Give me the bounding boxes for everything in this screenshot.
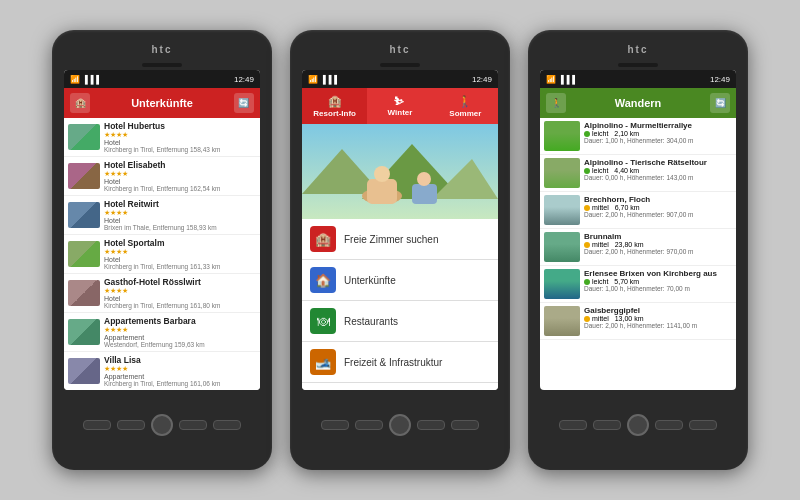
hike-thumb-5 [544,269,580,299]
phone-3-menu-btn[interactable] [593,420,621,430]
hike-item-6[interactable]: Gaisberggipfel mittel 13,00 km Dauer: 2,… [540,303,736,340]
hike-thumb-3 [544,195,580,225]
menu-list: 🏨 Freie Zimmer suchen 🏠 Unterkünfte 🍽 Re… [302,219,498,390]
phone-1-forward-btn[interactable] [213,420,241,430]
hotel-item-7[interactable]: Villa Lisa ★★★★ Appartement Kirchberg in… [64,352,260,390]
phone-1-brand: htc [152,44,173,55]
phone-3-search-btn[interactable] [655,420,683,430]
phone-1-status-icons: 📶 ▐▐▐ [70,75,99,84]
hotel-name-2: Hotel Elisabeth [104,160,256,170]
phone-1: htc 📶 ▐▐▐ 12:49 🏨 Unterkünfte 🔄 [52,30,272,470]
phone-2-search-btn[interactable] [417,420,445,430]
phone-2-screen: 📶 ▐▐▐ 12:49 🏨 Resort-Info ⛷ Winter 🚶 Som… [302,70,498,390]
hotel-info-5: Gasthof-Hotel Rösslwirt ★★★★ Hotel Kirch… [104,277,256,309]
hike-diff-3: mittel 6,70 km [584,204,732,211]
phone-2-status-icons: 📶 ▐▐▐ [308,75,337,84]
hike-diff-4: mittel 23,80 km [584,241,732,248]
hotel-thumb-5 [68,280,100,306]
wifi-icon-3: 📶 [546,75,556,84]
signal-icon: ▐▐▐ [82,75,99,84]
phone-2-top: htc [298,38,502,60]
hike-detail-1: Dauer: 1,00 h, Höhenmeter: 304,00 m [584,137,732,144]
header-refresh-icon[interactable]: 🔄 [234,93,254,113]
hotel-type-1: Hotel [104,139,256,146]
hike-name-5: Erlensee Brixen von Kirchberg aus [584,269,732,278]
hotel-stars-3: ★★★★ [104,209,256,217]
hotel-stars-2: ★★★★ [104,170,256,178]
tab-winter[interactable]: ⛷ Winter [367,88,432,124]
phone-3-top: htc [536,38,740,60]
sommer-tab-icon: 🚶 [458,95,472,108]
hike-name-2: Alpinolino - Tierische Rätseltour [584,158,732,167]
hike-detail-2: Dauer: 0,00 h, Höhenmeter: 143,00 m [584,174,732,181]
phone-1-menu-btn[interactable] [117,420,145,430]
hotel-item-2[interactable]: Hotel Elisabeth ★★★★ Hotel Kirchberg in … [64,157,260,196]
tab-resort-label: Resort-Info [313,109,356,118]
phone-1-top: htc [60,38,264,60]
hike-diff-2: leicht 4,40 km [584,167,732,174]
hike-item-2[interactable]: Alpinolino - Tierische Rätseltour leicht… [540,155,736,192]
phone-3-back-btn[interactable] [559,420,587,430]
phone-3-bottom [536,390,740,460]
phone-2-back-btn[interactable] [321,420,349,430]
hotel-item-5[interactable]: Gasthof-Hotel Rösslwirt ★★★★ Hotel Kirch… [64,274,260,313]
tab-sommer[interactable]: 🚶 Sommer [433,88,498,124]
header-refresh-icon-3[interactable]: 🔄 [710,93,730,113]
hotel-dist-7: Kirchberg in Tirol, Entfernung 161,06 km [104,380,256,387]
hotel-dist-4: Kirchberg in Tirol, Entfernung 161,33 km [104,263,256,270]
hotel-type-6: Appartement [104,334,256,341]
phone-3-time: 12:49 [710,75,730,84]
hike-detail-6: Dauer: 2,00 h, Höhenmeter: 1141,00 m [584,322,732,329]
tab-resort-info[interactable]: 🏨 Resort-Info [302,88,367,124]
hotel-name-1: Hotel Hubertus [104,121,256,131]
phone-3-forward-btn[interactable] [689,420,717,430]
hike-item-5[interactable]: Erlensee Brixen von Kirchberg aus leicht… [540,266,736,303]
hotel-info-7: Villa Lisa ★★★★ Appartement Kirchberg in… [104,355,256,387]
hike-info-5: Erlensee Brixen von Kirchberg aus leicht… [584,269,732,292]
phone-1-home-btn[interactable] [151,414,173,436]
hotel-dist-1: Kirchberg in Tirol, Entfernung 158,43 km [104,146,256,153]
diff-dot-2 [584,168,590,174]
hotel-item-4[interactable]: Hotel Sportalm ★★★★ Hotel Kirchberg in T… [64,235,260,274]
hotel-type-3: Hotel [104,217,256,224]
svg-rect-5 [367,179,397,204]
unterkunfte-label: Unterkünfte [344,275,396,286]
hike-info-3: Brechhorn, Floch mittel 6,70 km Dauer: 2… [584,195,732,218]
phone-2-menu-btn[interactable] [355,420,383,430]
freie-zimmer-icon: 🏨 [310,226,336,252]
phone-2-bottom [298,390,502,460]
hotel-thumb-3 [68,202,100,228]
phone-1-back-btn[interactable] [83,420,111,430]
phone-3-home-btn[interactable] [627,414,649,436]
wifi-icon-2: 📶 [308,75,318,84]
hike-diff-6: mittel 13,00 km [584,315,732,322]
phone-2-forward-btn[interactable] [451,420,479,430]
menu-item-busfahrplan[interactable]: 🚌 Busfahrplan [302,383,498,390]
hotel-stars-1: ★★★★ [104,131,256,139]
menu-item-unterkunfte[interactable]: 🏠 Unterkünfte [302,260,498,301]
hike-km-val-1: 2,10 km [614,130,639,137]
hotel-item-3[interactable]: Hotel Reitwirt ★★★★ Hotel Brixen im Thal… [64,196,260,235]
phone-3-title: Wandern [615,97,662,109]
menu-item-freizeit[interactable]: 🎿 Freizeit & Infrastruktur [302,342,498,383]
hike-item-4[interactable]: Brunnalm mittel 23,80 km Dauer: 2,00 h, … [540,229,736,266]
menu-item-restaurants[interactable]: 🍽 Restaurants [302,301,498,342]
phone-1-nav-row [83,414,241,436]
phone-1-speaker [142,63,182,67]
hotel-item-1[interactable]: Hotel Hubertus ★★★★ Hotel Kirchberg in T… [64,118,260,157]
freizeit-icon: 🎿 [310,349,336,375]
hotel-stars-7: ★★★★ [104,365,256,373]
hike-detail-4: Dauer: 2,00 h, Höhenmeter: 970,00 m [584,248,732,255]
hotel-dist-5: Kirchberg in Tirol, Entfernung 161,80 km [104,302,256,309]
phone-2-home-btn[interactable] [389,414,411,436]
freie-zimmer-label: Freie Zimmer suchen [344,234,438,245]
hotel-dist-3: Brixen im Thale, Entfernung 158,93 km [104,224,256,231]
hotel-item-6[interactable]: Appartements Barbara ★★★★ Appartement We… [64,313,260,352]
hotel-name-7: Villa Lisa [104,355,256,365]
phone-1-search-btn[interactable] [179,420,207,430]
hike-item-3[interactable]: Brechhorn, Floch mittel 6,70 km Dauer: 2… [540,192,736,229]
menu-item-freie-zimmer[interactable]: 🏨 Freie Zimmer suchen [302,219,498,260]
hotel-info-3: Hotel Reitwirt ★★★★ Hotel Brixen im Thal… [104,199,256,231]
hike-item-1[interactable]: Alpinolino - Murmeltierrallye leicht 2,1… [540,118,736,155]
phone-3-brand: htc [628,44,649,55]
